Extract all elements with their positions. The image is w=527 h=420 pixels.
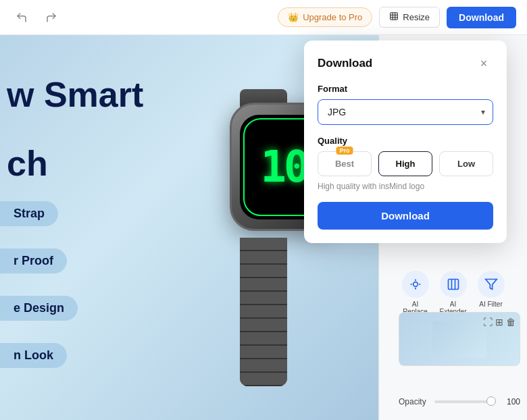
ai-extender-item[interactable]: AI Extender (439, 271, 466, 315)
quality-low-button[interactable]: Low (439, 151, 493, 176)
ai-extender-icon (440, 271, 467, 298)
toolbar: 👑 Upgrade to Pro Resize Download (0, 0, 527, 35)
quality-high-button[interactable]: High (378, 151, 432, 176)
resize-label: Resize (403, 12, 430, 22)
resize-button[interactable]: Resize (379, 7, 440, 28)
svg-marker-3 (485, 280, 497, 290)
watch-strap-links (240, 238, 287, 386)
redo-button[interactable] (41, 7, 62, 28)
format-select[interactable]: JPG PNG PDF SVG (318, 99, 493, 125)
ai-replace-icon (401, 271, 428, 298)
pill-look: n Look (0, 343, 67, 368)
format-label: Format (318, 84, 493, 94)
svg-rect-2 (448, 280, 458, 290)
dialog-header: Download × (318, 54, 493, 73)
pill-strap: Strap (0, 201, 58, 226)
undo-button[interactable] (11, 7, 32, 28)
download-main-label: Download (459, 12, 504, 23)
pro-badge: Pro (336, 147, 353, 155)
ai-filter-icon (478, 271, 505, 298)
fullscreen-icon[interactable]: ⛶ (483, 317, 493, 327)
dialog-close-button[interactable]: × (474, 54, 493, 73)
download-dialog-label: Download (381, 210, 430, 221)
quality-hint: High quality with insMind logo (318, 182, 493, 191)
toolbar-left (11, 7, 62, 28)
opacity-slider[interactable] (434, 400, 496, 403)
headline-line2: ch (7, 143, 48, 184)
opacity-row: Opacity 100 (399, 397, 520, 406)
opacity-slider-thumb[interactable] (486, 396, 496, 406)
quality-options: Pro Best High Low (318, 151, 493, 176)
svg-rect-0 (391, 13, 398, 20)
download-main-button[interactable]: Download (447, 7, 516, 28)
dialog-title: Download (318, 57, 372, 70)
headline-line1: w Smart (7, 76, 143, 114)
ai-filter-label: AI Filter (479, 300, 502, 308)
resize-icon (389, 11, 399, 23)
download-dialog-button[interactable]: Download (318, 202, 493, 230)
format-select-wrapper: JPG PNG PDF SVG ▾ (318, 99, 493, 125)
delete-icon[interactable]: 🗑 (506, 317, 516, 327)
svg-point-1 (413, 282, 418, 287)
thumb-icons: ⛶ ⊞ 🗑 (483, 317, 516, 327)
watch-strap-bottom (240, 238, 287, 386)
download-dialog: Download × Format JPG PNG PDF SVG ▾ Qual… (304, 41, 507, 243)
upgrade-label: Upgrade to Pro (303, 12, 362, 22)
ai-tools-group: AI Replace AI Extender AI Filter (401, 271, 504, 315)
crop-icon[interactable]: ⊞ (495, 317, 503, 327)
thumb-image (432, 321, 486, 358)
upgrade-button[interactable]: 👑 Upgrade to Pro (278, 7, 372, 27)
crown-icon: 👑 (288, 12, 299, 22)
ai-filter-item[interactable]: AI Filter (478, 271, 505, 315)
sidebar-thumbnail: ⛶ ⊞ 🗑 (399, 312, 520, 366)
pill-proof: r Proof (0, 248, 67, 273)
toolbar-right: 👑 Upgrade to Pro Resize Download (278, 7, 516, 28)
pill-design: e Design (0, 296, 78, 321)
ai-replace-item[interactable]: AI Replace (401, 271, 428, 315)
quality-label: Quality (318, 136, 493, 146)
opacity-label: Opacity (399, 397, 429, 406)
opacity-value: 100 (501, 397, 520, 406)
quality-best-button[interactable]: Pro Best (318, 151, 372, 176)
